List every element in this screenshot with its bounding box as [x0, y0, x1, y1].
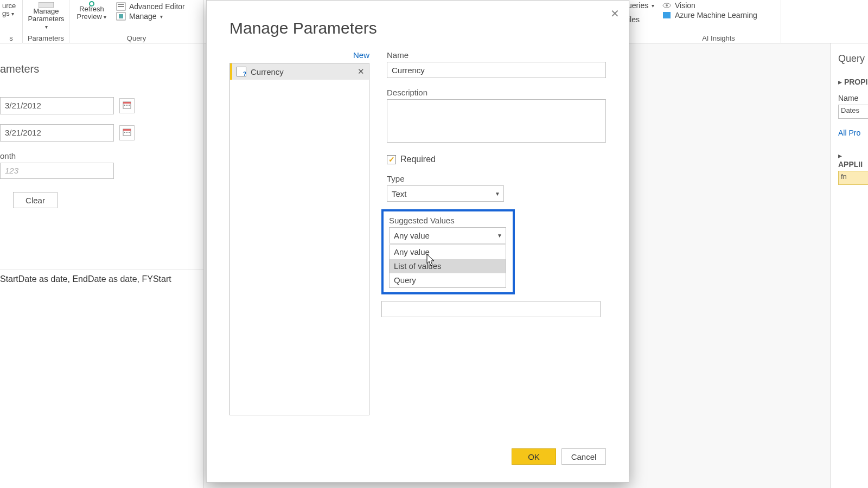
- properties-section: ▸ PROPI: [838, 78, 868, 86]
- calendar-icon: [123, 128, 131, 138]
- dialog-close-button[interactable]: ✕: [608, 8, 621, 21]
- applied-step-selected[interactable]: fn: [838, 171, 868, 185]
- parameters-panel: ameters 3/21/2012 3/21/2012 onth 123 Cle…: [0, 43, 204, 488]
- number-label-partial: onth: [0, 151, 203, 160]
- manage-label: Manage: [129, 12, 157, 21]
- manage-parameters-button[interactable]: ManageParameters ▾: [26, 0, 66, 31]
- aml-button[interactable]: Azure Machine Learning: [662, 11, 757, 20]
- manage-params-label: ManageParameters ▾: [26, 8, 66, 31]
- refresh-label: RefreshPreview ▾: [77, 5, 107, 21]
- remove-parameter-button[interactable]: ✕: [358, 67, 365, 76]
- advanced-editor-button[interactable]: Advanced Editor: [116, 2, 185, 11]
- end-date-input[interactable]: 3/21/2012: [0, 124, 114, 142]
- svg-rect-4: [118, 6, 124, 7]
- current-value-input[interactable]: [381, 301, 601, 317]
- chevron-down-icon: ▼: [497, 233, 502, 239]
- svg-rect-20: [123, 129, 131, 131]
- cancel-button[interactable]: Cancel: [561, 448, 606, 465]
- name-field-label: Name: [387, 50, 606, 60]
- parameter-list: Currency ✕: [229, 63, 369, 415]
- new-parameter-link[interactable]: New: [229, 50, 369, 60]
- description-input[interactable]: [387, 99, 606, 143]
- sources-caption-partial: s: [0, 34, 22, 42]
- formula-bar: StartDate as date, EndDate as date, FYSt…: [0, 269, 203, 288]
- type-dropdown[interactable]: Text ▼: [387, 185, 504, 202]
- parameter-icon: [237, 67, 246, 76]
- all-properties-link[interactable]: All Pro: [838, 129, 868, 137]
- svg-rect-21: [124, 132, 125, 133]
- ai-caption: AI Insights: [656, 34, 781, 42]
- ok-button[interactable]: OK: [512, 448, 556, 465]
- svg-rect-16: [124, 105, 125, 106]
- query-caption: Query: [69, 34, 203, 42]
- query-settings-heading-partial: Query S: [838, 53, 868, 65]
- iles-partial-label: iles: [628, 15, 640, 24]
- manage-params-icon: [39, 1, 54, 7]
- advanced-editor-label: Advanced Editor: [129, 2, 185, 11]
- query-name-input[interactable]: Dates: [838, 105, 868, 119]
- svg-rect-3: [118, 4, 124, 5]
- fy-month-input[interactable]: 123: [0, 163, 114, 179]
- type-field-label: Type: [387, 174, 606, 183]
- ribbon-group-sources: urce gs ▾ s: [0, 0, 23, 43]
- parameter-item-currency[interactable]: Currency ✕: [230, 63, 369, 80]
- option-any-value[interactable]: Any value: [390, 245, 506, 259]
- svg-rect-17: [126, 105, 127, 106]
- refresh-preview-button[interactable]: RefreshPreview ▾: [74, 0, 110, 21]
- aml-icon: [662, 11, 672, 20]
- ribbon-group-ai: Vision Azure Machine Learning AI Insight…: [656, 0, 781, 43]
- applied-steps-section: ▸ APPLII: [838, 151, 868, 169]
- suggested-values-options: Any value List of values Query: [389, 245, 506, 288]
- suggested-values-highlight: Suggested Values Any value ▼ Any value L…: [381, 209, 515, 294]
- name-input[interactable]: [387, 62, 606, 78]
- name-label: Name: [838, 94, 868, 102]
- svg-point-12: [666, 4, 668, 7]
- advanced-editor-icon: [116, 2, 126, 11]
- vision-label: Vision: [675, 1, 695, 10]
- chevron-down-icon: ▼: [495, 191, 500, 197]
- svg-rect-15: [123, 102, 131, 104]
- clear-button[interactable]: Clear: [13, 192, 58, 208]
- svg-rect-18: [129, 105, 130, 106]
- parameters-caption: Parameters: [23, 34, 69, 42]
- option-query[interactable]: Query: [390, 273, 506, 287]
- required-label: Required: [400, 155, 436, 164]
- vision-icon: [662, 1, 672, 10]
- svg-rect-6: [119, 14, 123, 18]
- ribbon-group-parameters: ManageParameters ▾ Parameters: [23, 0, 69, 43]
- parameters-heading-partial: ameters: [0, 63, 203, 75]
- parameter-item-label: Currency: [251, 67, 353, 76]
- sources-label-partial: urce: [2, 2, 16, 10]
- manage-icon: [116, 12, 126, 21]
- end-date-picker-button[interactable]: [119, 125, 135, 140]
- vision-button[interactable]: Vision: [662, 1, 757, 10]
- start-date-input[interactable]: 3/21/2012: [0, 97, 114, 114]
- suggested-values-label: Suggested Values: [389, 216, 509, 225]
- start-date-picker-button[interactable]: [119, 98, 135, 113]
- suggested-values-value: Any value: [394, 231, 430, 240]
- svg-rect-23: [129, 132, 130, 133]
- option-list-of-values[interactable]: List of values: [390, 259, 506, 273]
- manage-parameters-dialog: ✕ Manage Parameters New Currency ✕ Name …: [206, 0, 629, 483]
- sources-sublabel-partial: gs: [2, 9, 10, 17]
- close-icon: ✕: [610, 8, 620, 20]
- suggested-values-dropdown[interactable]: Any value ▼: [389, 227, 506, 243]
- svg-rect-13: [663, 12, 671, 18]
- calendar-icon: [123, 101, 131, 111]
- svg-rect-22: [126, 132, 127, 133]
- query-settings-panel: Query S ▸ PROPI Name Dates All Pro ▸ APP…: [830, 43, 868, 488]
- manage-button[interactable]: Manage ▾: [116, 12, 185, 21]
- aml-label: Azure Machine Learning: [675, 11, 757, 20]
- ribbon-group-query: RefreshPreview ▾ Advanced Editor Manage …: [69, 0, 204, 43]
- required-checkbox[interactable]: ✓: [387, 155, 396, 164]
- dialog-title: Manage Parameters: [229, 19, 629, 37]
- formula-text-partial: StartDate as date, EndDate as date, FYSt…: [0, 274, 171, 284]
- description-field-label: Description: [387, 88, 606, 97]
- type-value: Text: [392, 189, 407, 198]
